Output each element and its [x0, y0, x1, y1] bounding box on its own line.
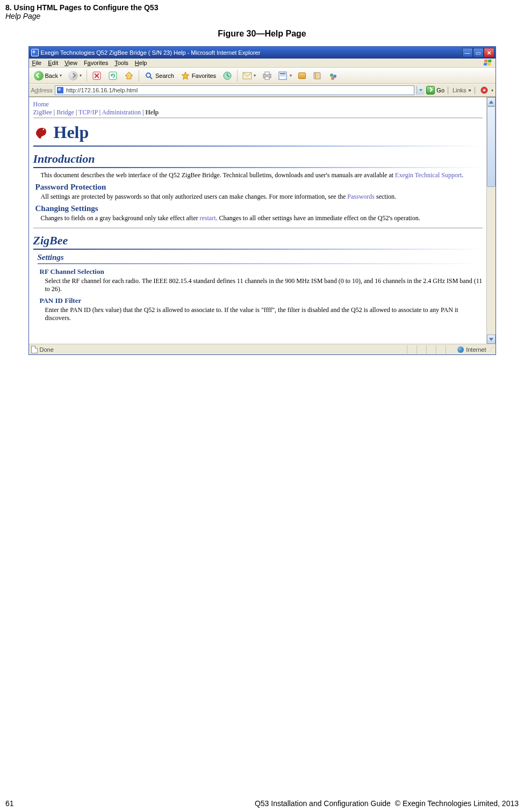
footer-text: Q53 Installation and Configuration Guide… — [255, 799, 519, 808]
toolbar-separator: │ — [447, 87, 450, 93]
scroll-up-button[interactable] — [487, 97, 496, 106]
page-status-icon — [31, 346, 38, 353]
svg-rect-23 — [280, 76, 285, 76]
password-text: All settings are protected by passwords … — [41, 193, 483, 201]
address-dropdown-button[interactable] — [417, 86, 424, 95]
history-button[interactable] — [220, 69, 235, 82]
refresh-button[interactable] — [105, 69, 120, 82]
snagit-icon[interactable] — [479, 85, 489, 95]
go-label: Go — [436, 87, 444, 93]
mail-icon — [242, 71, 252, 81]
svg-rect-1 — [487, 60, 491, 62]
page-content[interactable]: Home ZigBee | Bridge | TCP/IP | Administ… — [29, 97, 496, 344]
restart-link[interactable]: restart — [200, 214, 216, 222]
screenshot-container: Exegin Technologies Q52 ZigBee Bridge ( … — [0, 46, 524, 355]
chapter-title: 8. Using HTML Pages to Configure the Q53 — [5, 3, 519, 12]
address-bar: Address http://172.16.16.1/help.html Go … — [29, 84, 496, 97]
links-expand-icon[interactable]: » — [469, 88, 471, 93]
svg-rect-19 — [265, 77, 269, 79]
crumb-bridge[interactable]: Bridge — [56, 108, 74, 116]
research-button[interactable] — [310, 69, 325, 82]
menu-view[interactable]: View — [64, 60, 77, 66]
go-button[interactable]: Go — [426, 86, 444, 95]
crumb-zigbee[interactable]: ZigBee — [33, 108, 52, 116]
chevron-down-icon: ▾ — [254, 73, 256, 78]
crumb-tcpip[interactable]: TCP/IP — [78, 108, 98, 116]
toolbar-separator: │ — [473, 87, 477, 93]
titlebar: Exegin Technologies Q52 ZigBee Bridge ( … — [29, 47, 496, 59]
gradient-divider — [33, 249, 483, 250]
favorites-button[interactable]: Favorites — [178, 69, 219, 82]
breadcrumb: Home — [33, 99, 483, 108]
vertical-scrollbar[interactable] — [486, 97, 496, 344]
back-label: Back — [45, 73, 58, 79]
svg-marker-9 — [125, 72, 133, 79]
svg-rect-7 — [109, 72, 117, 79]
chevron-down-icon: ▾ — [60, 73, 62, 78]
menu-favorites[interactable]: Favorites — [84, 60, 108, 66]
page-number: 61 — [5, 799, 14, 808]
svg-point-25 — [330, 74, 333, 77]
page-footer: 61 Q53 Installation and Configuration Gu… — [0, 799, 524, 808]
crumb-help-current: Help — [146, 108, 159, 116]
section-title: Help Page — [5, 12, 519, 20]
passwords-link[interactable]: Passwords — [347, 193, 375, 200]
search-button[interactable]: Search — [141, 69, 177, 82]
home-button[interactable] — [121, 69, 137, 82]
refresh-icon — [108, 71, 118, 81]
toolbar-separator — [237, 70, 238, 82]
breadcrumb-home[interactable]: Home — [33, 100, 49, 108]
pan-heading: PAN ID Filter — [40, 296, 483, 305]
crumb-admin[interactable]: Administration — [102, 108, 141, 116]
svg-marker-31 — [489, 100, 493, 104]
settings-heading: Settings — [38, 253, 483, 262]
url-text: http://172.16.16.1/help.html — [66, 87, 138, 93]
go-icon — [426, 86, 435, 95]
status-zone-label: Internet — [466, 346, 486, 353]
breadcrumb-tabs: ZigBee | Bridge | TCP/IP | Administratio… — [33, 108, 483, 117]
ie-app-icon — [31, 49, 39, 56]
menubar: File Edit View Favorites Tools Help — [29, 59, 496, 68]
links-label[interactable]: Links — [453, 87, 466, 93]
svg-rect-21 — [280, 73, 285, 74]
stop-icon — [92, 71, 102, 81]
address-input[interactable]: http://172.16.16.1/help.html — [55, 85, 414, 95]
menu-edit[interactable]: Edit — [48, 60, 58, 66]
scroll-thumb[interactable] — [487, 106, 496, 187]
minimize-button[interactable]: — — [462, 48, 473, 57]
help-heading: Help — [33, 122, 483, 142]
internet-zone-icon — [457, 346, 464, 353]
home-icon — [124, 71, 134, 81]
book-icon — [312, 71, 322, 81]
divider — [33, 228, 483, 228]
print-button[interactable] — [260, 69, 275, 82]
menu-file[interactable]: File — [32, 60, 42, 66]
status-panes — [407, 345, 455, 354]
menu-help[interactable]: Help — [135, 60, 147, 66]
rf-text: Select the RF channel for each radio. Th… — [45, 277, 483, 293]
exegin-support-link[interactable]: Exegin Technical Support — [395, 171, 462, 179]
menu-tools[interactable]: Tools — [114, 60, 128, 66]
chevron-down-icon: ▾ — [290, 73, 292, 78]
close-button[interactable]: ✕ — [484, 48, 494, 57]
rf-heading: RF Channel Selection — [40, 267, 483, 276]
mail-button[interactable]: ▾ — [240, 69, 259, 82]
help-title: Help — [54, 122, 89, 142]
address-label: Address — [31, 87, 53, 93]
svg-point-30 — [42, 128, 44, 130]
changing-heading: Changing Settings — [35, 204, 483, 213]
intro-heading: Introduction — [33, 152, 483, 166]
chevron-down-icon: ▾ — [80, 73, 82, 78]
forward-button[interactable]: ▾ — [66, 69, 84, 82]
maximize-button[interactable]: ▭ — [473, 48, 484, 57]
svg-marker-12 — [182, 72, 189, 79]
messenger-button[interactable] — [326, 69, 339, 82]
scroll-down-button[interactable] — [487, 335, 496, 344]
edit-button[interactable]: ▾ — [276, 69, 295, 82]
figure-caption: Figure 30—Help Page — [0, 29, 524, 39]
discuss-button[interactable] — [296, 69, 308, 82]
stop-button[interactable] — [89, 69, 104, 82]
back-button[interactable]: Back ▾ — [31, 69, 64, 82]
status-done-label: Done — [40, 346, 54, 353]
resize-grip-icon[interactable]: ⋰ — [489, 346, 493, 353]
